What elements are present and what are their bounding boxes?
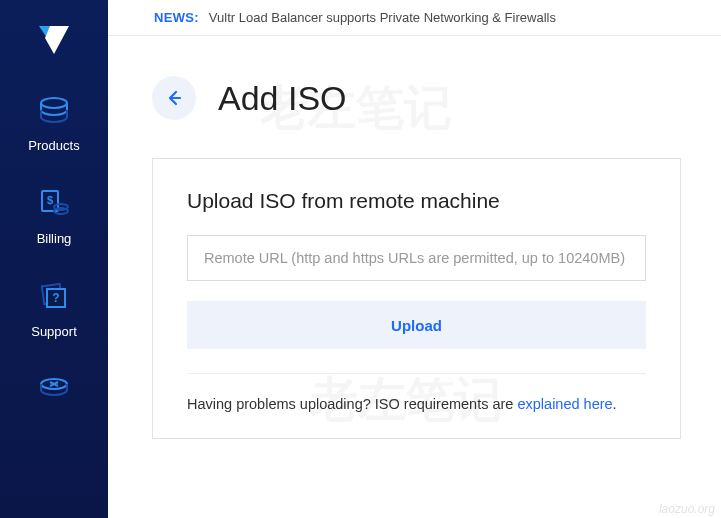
stack-close-icon xyxy=(32,367,76,411)
svg-text:?: ? xyxy=(52,291,59,305)
sidebar-item-label: Support xyxy=(31,324,77,339)
news-label: NEWS: xyxy=(154,10,199,25)
source-watermark: laozuo.org xyxy=(659,502,715,516)
support-icon: ? xyxy=(32,274,76,318)
upload-card: Upload ISO from remote machine Upload Ha… xyxy=(152,158,681,439)
help-prefix: Having problems uploading? ISO requireme… xyxy=(187,396,517,412)
sidebar-item-products[interactable]: Products xyxy=(28,88,79,153)
sidebar: Products $ Billing ? Support xyxy=(0,0,108,518)
back-button[interactable] xyxy=(152,76,196,120)
page-title: Add ISO xyxy=(218,79,347,118)
sidebar-item-support[interactable]: ? Support xyxy=(31,274,77,339)
sidebar-item-extra[interactable] xyxy=(32,367,76,417)
main-content: Add ISO Upload ISO from remote machine U… xyxy=(108,36,721,518)
arrow-left-icon xyxy=(164,88,184,108)
help-suffix: . xyxy=(613,396,617,412)
sidebar-item-billing[interactable]: $ Billing xyxy=(32,181,76,246)
upload-button[interactable]: Upload xyxy=(187,301,646,349)
remote-url-input[interactable] xyxy=(187,235,646,281)
vultr-logo xyxy=(33,18,75,60)
sidebar-item-label: Billing xyxy=(37,231,72,246)
svg-point-0 xyxy=(41,98,67,108)
divider xyxy=(187,373,646,374)
help-text: Having problems uploading? ISO requireme… xyxy=(187,396,646,412)
page-header: Add ISO xyxy=(152,76,681,120)
card-title: Upload ISO from remote machine xyxy=(187,189,646,213)
help-link[interactable]: explained here xyxy=(517,396,612,412)
products-icon xyxy=(32,88,76,132)
news-bar: NEWS: Vultr Load Balancer supports Priva… xyxy=(108,0,721,36)
svg-text:$: $ xyxy=(47,194,53,206)
billing-icon: $ xyxy=(32,181,76,225)
sidebar-item-label: Products xyxy=(28,138,79,153)
news-text[interactable]: Vultr Load Balancer supports Private Net… xyxy=(209,10,556,25)
